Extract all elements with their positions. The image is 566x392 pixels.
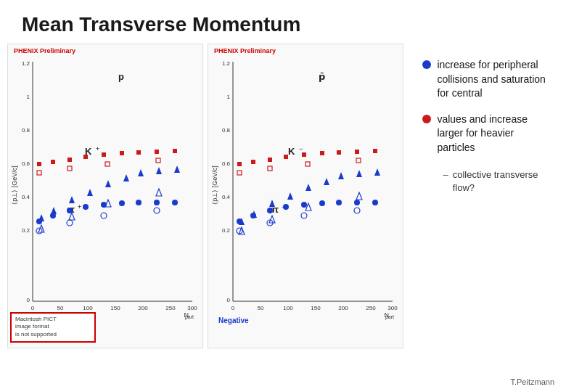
svg-text:0.2: 0.2	[222, 227, 231, 234]
svg-marker-22	[69, 196, 75, 203]
svg-rect-101	[237, 162, 242, 166]
phenix-label-positive: PHENIX Preliminary	[14, 47, 75, 54]
svg-text:+: +	[78, 203, 81, 211]
svg-rect-110	[237, 171, 242, 175]
page-title: Mean Transverse Momentum	[0, 0, 566, 44]
svg-text:−: −	[299, 145, 303, 152]
svg-point-117	[250, 213, 256, 219]
svg-point-121	[319, 200, 325, 206]
svg-point-56	[136, 200, 142, 205]
svg-text:0: 0	[231, 305, 235, 311]
svg-marker-28	[174, 166, 180, 173]
svg-rect-105	[302, 152, 306, 157]
svg-text:200: 200	[138, 305, 148, 311]
svg-rect-36	[51, 160, 55, 164]
author-label: T.Peitzmann	[510, 377, 554, 386]
svg-text:0: 0	[31, 305, 35, 311]
svg-rect-102	[251, 160, 255, 164]
svg-text:part: part	[385, 314, 394, 320]
svg-rect-43	[173, 149, 177, 153]
svg-text:⟨p⊥⟩ [GeV/c]: ⟨p⊥⟩ [GeV/c]	[211, 166, 218, 205]
svg-text:100: 100	[283, 305, 293, 311]
svg-point-62	[154, 208, 160, 213]
svg-point-54	[101, 202, 107, 208]
bullet-item-1: increase for peripheral collisions and s…	[422, 58, 551, 101]
svg-text:300: 300	[187, 305, 197, 311]
charts-area: PHENIX Preliminary 1.2 1 0.8 0.6 0.4 0.2…	[7, 44, 408, 377]
svg-marker-94	[374, 168, 380, 176]
svg-marker-27	[156, 167, 162, 174]
bullet-text-2: values and increase larger for heavier p…	[437, 113, 551, 155]
svg-marker-24	[105, 180, 111, 187]
bullet-item-2: values and increase larger for heavier p…	[422, 113, 551, 195]
svg-text:1.2: 1.2	[222, 60, 231, 67]
svg-point-51	[50, 213, 56, 219]
svg-text:1.2: 1.2	[22, 60, 30, 67]
sub-bullet-text: collective transverse flow?	[453, 168, 551, 195]
svg-point-124	[372, 200, 378, 205]
not-supported-text: Macintosh PICT image format is not suppo…	[15, 316, 91, 339]
svg-text:50: 50	[258, 305, 264, 311]
svg-text:250: 250	[366, 305, 376, 311]
sub-bullet-dash: –	[443, 168, 448, 181]
svg-marker-93	[356, 170, 362, 177]
svg-text:p̄: p̄	[319, 71, 325, 82]
bullet-text-1: increase for peripheral collisions and s…	[437, 58, 551, 101]
svg-rect-45	[67, 166, 72, 171]
svg-text:0.8: 0.8	[22, 127, 30, 134]
svg-point-61	[101, 213, 107, 219]
svg-rect-111	[268, 166, 272, 171]
bullet-list: increase for peripheral collisions and s…	[408, 44, 559, 377]
svg-point-53	[83, 204, 89, 210]
svg-marker-25	[123, 174, 129, 181]
svg-text:300: 300	[387, 305, 398, 311]
svg-rect-44	[37, 171, 41, 175]
sub-bullet: – collective transverse flow?	[437, 168, 551, 195]
svg-point-52	[67, 208, 73, 213]
bullet-dot-red-2	[422, 115, 431, 123]
svg-text:0.6: 0.6	[22, 160, 30, 167]
sub-bullet-item: – collective transverse flow?	[443, 168, 551, 195]
svg-point-50	[36, 219, 42, 224]
svg-point-122	[336, 200, 342, 205]
svg-text:100: 100	[83, 305, 93, 311]
svg-text:0: 0	[27, 297, 30, 303]
svg-rect-39	[102, 152, 106, 157]
positive-chart: PHENIX Preliminary 1.2 1 0.8 0.6 0.4 0.2…	[7, 44, 203, 348]
svg-marker-23	[87, 189, 93, 196]
svg-point-116	[237, 219, 242, 224]
svg-point-128	[354, 208, 360, 213]
svg-rect-37	[67, 158, 72, 162]
svg-rect-103	[268, 158, 272, 162]
svg-text:150: 150	[110, 305, 120, 311]
svg-marker-91	[324, 178, 329, 185]
svg-point-55	[119, 200, 125, 206]
svg-text:K: K	[288, 146, 295, 157]
svg-rect-113	[356, 158, 361, 163]
svg-rect-35	[37, 162, 41, 166]
svg-rect-46	[105, 162, 110, 166]
svg-rect-47	[156, 158, 160, 163]
svg-marker-90	[305, 184, 311, 191]
svg-text:0.2: 0.2	[22, 227, 30, 234]
svg-marker-89	[287, 192, 293, 200]
svg-rect-42	[155, 150, 159, 154]
svg-rect-109	[373, 149, 377, 153]
svg-text:Negative: Negative	[218, 317, 249, 324]
content-area: PHENIX Preliminary 1.2 1 0.8 0.6 0.4 0.2…	[0, 44, 566, 377]
svg-point-119	[283, 204, 289, 210]
svg-rect-41	[136, 150, 141, 155]
svg-marker-32	[156, 189, 162, 196]
positive-chart-svg: 1.2 1 0.8 0.6 0.4 0.2 0 ⟨p⊥⟩ [GeV/c] 0 5…	[11, 47, 200, 345]
svg-point-118	[267, 208, 273, 213]
svg-text:200: 200	[338, 305, 348, 311]
phenix-label-negative: PHENIX Preliminary	[214, 47, 276, 54]
svg-text:150: 150	[311, 305, 321, 311]
svg-text:⟨p⊥⟩ [GeV/c]: ⟨p⊥⟩ [GeV/c]	[11, 166, 18, 205]
svg-text:50: 50	[57, 305, 64, 311]
svg-text:250: 250	[165, 305, 176, 311]
svg-point-123	[354, 200, 360, 205]
svg-text:1: 1	[27, 94, 30, 100]
not-supported-box: Macintosh PICT image format is not suppo…	[10, 312, 96, 343]
svg-text:0.8: 0.8	[222, 127, 231, 134]
